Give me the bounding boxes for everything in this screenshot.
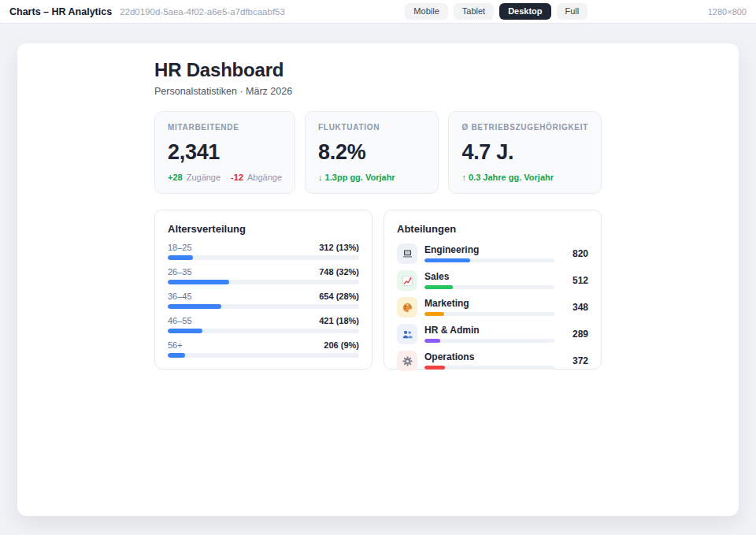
- age-range-label: 56+: [168, 340, 183, 350]
- age-row: 46–55 421 (18%): [168, 316, 359, 333]
- dept-name: HR & Admin: [424, 325, 554, 336]
- trend-label: ↓ 1.3pp gg. Vorjahr: [318, 173, 395, 182]
- device-button-mobile[interactable]: Mobile: [405, 3, 447, 19]
- age-value-label: 748 (32%): [319, 267, 359, 277]
- age-value-label: 654 (28%): [319, 292, 359, 301]
- age-range-label: 18–25: [168, 243, 192, 252]
- age-range-label: 26–35: [168, 267, 192, 277]
- age-value-label: 312 (13%): [319, 243, 359, 252]
- age-row: 26–35 748 (32%): [168, 267, 359, 284]
- dept-name: Engineering: [424, 245, 554, 255]
- age-row: 36–45 654 (28%): [168, 292, 359, 309]
- age-bar: [168, 280, 229, 284]
- dept-value: 348: [561, 302, 588, 313]
- dept-value: 820: [561, 248, 588, 259]
- stats-row: MITARBEITENDE 2,341 +28 Zugänge -12 Abgä…: [154, 111, 602, 194]
- dept-bar-track: [424, 258, 554, 262]
- stat-footer: +28 Zugänge -12 Abgänge: [168, 173, 282, 182]
- departures-label: Abgänge: [247, 173, 282, 182]
- app-title: Charts – HR Analytics: [9, 6, 112, 17]
- stat-card-betriebszugehoerigkeit: Ø BETRIEBSZUGEHÖRIGKEIT 4.7 J. ↑ 0.3 Jah…: [448, 111, 602, 194]
- dept-row: Operations 372: [397, 350, 588, 372]
- dept-bar-track: [424, 366, 554, 370]
- viewport-size-label: 1280×800: [708, 7, 747, 17]
- dept-bar: [424, 312, 444, 316]
- charts-row: Altersverteilung 18–25 312 (13%) 26–35 7…: [154, 210, 602, 370]
- dashboard-content: HR Dashboard Personalstatistiken · März …: [154, 43, 602, 370]
- topbar: Charts – HR Analytics 22d0190d-5aea-4f02…: [0, 0, 756, 24]
- stat-value: 2,341: [168, 140, 282, 165]
- chart-title: Abteilungen: [397, 223, 588, 235]
- age-bar-track: [168, 304, 359, 309]
- topbar-title-group: Charts – HR Analytics 22d0190d-5aea-4f02…: [9, 6, 285, 17]
- dept-bar: [424, 339, 440, 343]
- age-bar-track: [168, 255, 359, 260]
- page-title: HR Dashboard: [154, 59, 602, 81]
- stat-value: 8.2%: [318, 140, 425, 165]
- age-value-label: 206 (9%): [324, 340, 359, 350]
- departments-rows: Engineering 820 Sales 512 Marketing 348: [397, 243, 588, 372]
- additions-label: Zugänge: [187, 173, 220, 182]
- stat-footer: ↓ 1.3pp gg. Vorjahr: [318, 173, 425, 182]
- stat-label: MITARBEITENDE: [168, 123, 282, 132]
- dept-bar: [424, 366, 445, 370]
- dept-value: 372: [561, 355, 588, 366]
- dept-name: Operations: [424, 352, 554, 362]
- session-uuid: 22d0190d-5aea-4f02-a6e5-a7dfbcaabf53: [120, 7, 285, 17]
- laptop-icon: [397, 243, 417, 264]
- chart-up-icon: [397, 270, 417, 291]
- stat-label: FLUKTUATION: [318, 123, 425, 132]
- age-bar-track: [168, 280, 359, 284]
- device-toggle-group: MobileTabletDesktopFull: [405, 3, 587, 19]
- dept-row: Sales 512: [397, 269, 588, 292]
- device-button-desktop[interactable]: Desktop: [499, 3, 550, 19]
- preview-canvas: HR Dashboard Personalstatistiken · März …: [17, 43, 739, 516]
- device-button-full[interactable]: Full: [557, 3, 588, 19]
- stat-value: 4.7 J.: [461, 140, 588, 165]
- age-bar-track: [168, 329, 359, 333]
- dept-bar-track: [424, 285, 554, 289]
- age-bar: [168, 353, 185, 358]
- gear-icon: [397, 351, 417, 371]
- dept-row: Engineering 820: [397, 243, 588, 265]
- age-value-label: 421 (18%): [319, 316, 359, 325]
- dept-name: Marketing: [424, 299, 554, 309]
- dept-bar: [424, 285, 453, 289]
- age-bar: [168, 304, 221, 309]
- additions-delta: +28: [168, 173, 183, 182]
- people-icon: [397, 324, 417, 344]
- stat-card-mitarbeitende: MITARBEITENDE 2,341 +28 Zugänge -12 Abgä…: [154, 111, 295, 194]
- device-button-tablet[interactable]: Tablet: [454, 3, 494, 19]
- dept-value: 512: [561, 275, 588, 286]
- stat-label: Ø BETRIEBSZUGEHÖRIGKEIT: [461, 123, 588, 132]
- age-bar: [168, 329, 202, 333]
- departments-card: Abteilungen Engineering 820 Sales 512 Ma…: [384, 210, 602, 370]
- dept-bar-track: [424, 339, 554, 343]
- departures-delta: -12: [231, 173, 243, 182]
- dept-row: Marketing 348: [397, 296, 588, 318]
- age-distribution-card: Altersverteilung 18–25 312 (13%) 26–35 7…: [154, 210, 372, 370]
- dept-row: HR & Admin 289: [397, 323, 588, 345]
- age-range-label: 46–55: [168, 316, 192, 325]
- dept-bar: [424, 258, 470, 262]
- age-distribution-rows: 18–25 312 (13%) 26–35 748 (32%) 36–45 65…: [168, 243, 359, 358]
- stat-card-fluktuation: FLUKTUATION 8.2% ↓ 1.3pp gg. Vorjahr: [305, 111, 439, 194]
- dept-bar-track: [424, 312, 554, 316]
- age-range-label: 36–45: [168, 292, 192, 301]
- palette-icon: [397, 297, 417, 318]
- dept-name: Sales: [424, 272, 554, 282]
- age-bar: [168, 255, 193, 260]
- age-bar-track: [168, 353, 359, 358]
- chart-title: Altersverteilung: [168, 223, 359, 235]
- age-row: 18–25 312 (13%): [168, 243, 359, 260]
- trend-label: ↑ 0.3 Jahre gg. Vorjahr: [461, 173, 554, 182]
- dept-value: 289: [561, 329, 588, 340]
- stat-footer: ↑ 0.3 Jahre gg. Vorjahr: [461, 173, 588, 182]
- page-subtitle: Personalstatistiken · März 2026: [154, 86, 602, 97]
- age-row: 56+ 206 (9%): [168, 340, 359, 358]
